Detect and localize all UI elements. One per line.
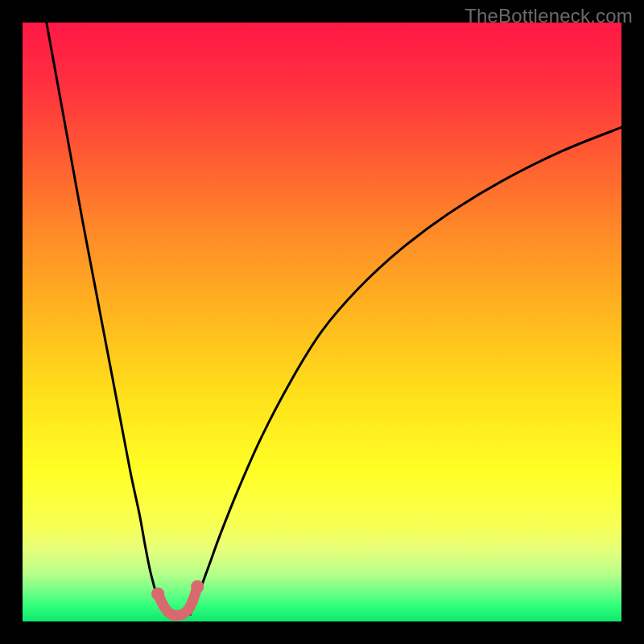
data-bead [191, 580, 204, 593]
data-bead [183, 605, 193, 615]
chart-canvas [23, 23, 621, 621]
data-bead [151, 588, 164, 601]
chart-frame: TheBottleneck.com [0, 0, 644, 644]
bottleneck-chart [23, 23, 621, 621]
gradient-background [23, 23, 621, 621]
watermark-text: TheBottleneck.com [464, 5, 633, 27]
data-bead [188, 596, 198, 606]
